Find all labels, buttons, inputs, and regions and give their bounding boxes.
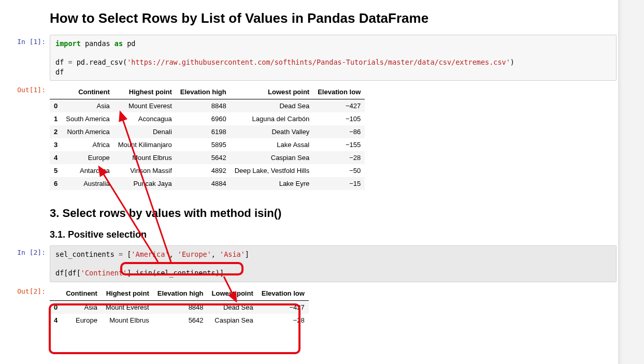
dataframe-output-2: Continent Highest point Elevation high L… (50, 286, 309, 327)
page-title: How to Select Rows by List of Values in … (50, 10, 617, 26)
output-cell-1: Out[1]: Continent Highest point Elevatio… (0, 83, 617, 193)
table-row: 5AntarcticaVinson Massif4892Deep Lake, V… (50, 164, 365, 177)
prompt-out-2: Out[2]: (0, 284, 50, 330)
col-header: Lowest point (231, 85, 314, 99)
code-cell-1: In [1]: import pandas as pd df = pd.read… (0, 35, 617, 81)
table-row: 4EuropeMount Elbrus5642Caspian Sea−28 (50, 314, 309, 327)
dataframe-output-1: Continent Highest point Elevation high L… (50, 85, 365, 190)
code-input-2[interactable]: sel_continents = ['America', 'Europe', '… (50, 245, 617, 282)
subsection-heading: 3.1. Positive selection (50, 229, 617, 240)
col-header: Lowest point (208, 286, 257, 301)
table-row: 6AustraliaPuncak Jaya4884Lake Eyre−15 (50, 177, 365, 190)
col-header: Elevation low (257, 286, 309, 301)
prompt-out-1: Out[1]: (0, 83, 50, 193)
col-header: Highest point (102, 286, 153, 301)
notebook: How to Select Rows by List of Values in … (0, 10, 617, 330)
col-header: Elevation high (153, 286, 208, 301)
table-row: 0AsiaMount Everest8848Dead Sea−427 (50, 300, 309, 314)
col-header: Elevation high (176, 85, 231, 99)
table-row: 0AsiaMount Everest8848Dead Sea−427 (50, 99, 365, 112)
output-cell-2: Out[2]: Continent Highest point Elevatio… (0, 284, 617, 330)
table-row: 2North AmericaDenali6198Death Valley−86 (50, 125, 365, 138)
table-row: 1South AmericaAconcagua6960Laguna del Ca… (50, 112, 365, 125)
table-row: 4EuropeMount Elbrus5642Caspian Sea−28 (50, 151, 365, 164)
code-cell-2: In [2]: sel_continents = ['America', 'Eu… (0, 245, 617, 282)
col-header: Highest point (114, 85, 176, 99)
page-edge-shadow (618, 0, 644, 364)
index-header (50, 85, 62, 99)
code-input-1[interactable]: import pandas as pd df = pd.read_csv('ht… (50, 35, 617, 81)
section-heading: 3. Select rows by values with method isi… (50, 207, 617, 220)
col-header: Elevation low (313, 85, 365, 99)
prompt-in-2: In [2]: (0, 245, 50, 282)
table-row: 3AfricaMount Kilimanjaro5895Lake Assal−1… (50, 138, 365, 151)
col-header: Continent (62, 286, 102, 301)
index-header (50, 286, 62, 301)
col-header: Continent (62, 85, 114, 99)
prompt-in-1: In [1]: (0, 35, 50, 81)
